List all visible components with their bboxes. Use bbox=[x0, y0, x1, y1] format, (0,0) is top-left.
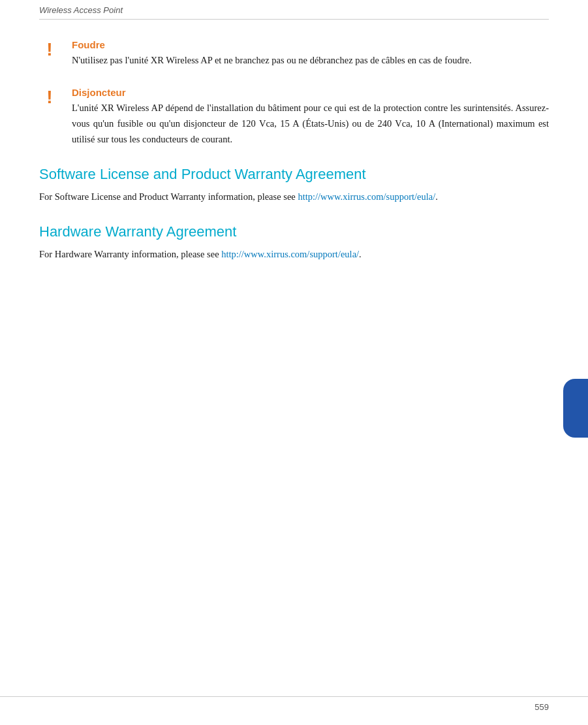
side-tab bbox=[563, 379, 588, 438]
section-text-after-link-hardware: . bbox=[359, 249, 362, 259]
warning-text-disjoncteur: L'unité XR Wireless AP dépend de l'insta… bbox=[72, 101, 549, 148]
warning-content-foudre: Foudre N'utilisez pas l'unité XR Wireles… bbox=[72, 39, 549, 69]
page-header: Wireless Access Point bbox=[39, 0, 549, 20]
warning-title-foudre: Foudre bbox=[72, 39, 549, 50]
section-text-before-link-hardware: For Hardware Warranty information, pleas… bbox=[39, 249, 221, 259]
section-heading-software: Software License and Product Warranty Ag… bbox=[39, 166, 549, 183]
warning-icon-disjoncteur: ! bbox=[39, 87, 60, 106]
section-text-before-link-software: For Software License and Product Warrant… bbox=[39, 191, 298, 202]
exclamation-icon: ! bbox=[46, 40, 52, 59]
section-body-software: For Software License and Product Warrant… bbox=[39, 189, 549, 205]
section-software-license: Software License and Product Warranty Ag… bbox=[39, 166, 549, 205]
warning-disjoncteur: ! Disjoncteur L'unité XR Wireless AP dép… bbox=[39, 87, 549, 148]
hardware-warranty-link[interactable]: http://www.xirrus.com/support/eula/ bbox=[221, 249, 359, 259]
warning-foudre: ! Foudre N'utilisez pas l'unité XR Wirel… bbox=[39, 39, 549, 69]
page-container: Wireless Access Point ! Foudre N'utilise… bbox=[0, 0, 588, 725]
warning-icon-foudre: ! bbox=[39, 39, 60, 59]
page-number: 559 bbox=[534, 702, 549, 712]
warning-title-disjoncteur: Disjoncteur bbox=[72, 87, 549, 98]
exclamation-icon-2: ! bbox=[46, 88, 52, 106]
warning-text-foudre: N'utilisez pas l'unité XR Wireless AP et… bbox=[72, 53, 549, 69]
section-hardware-warranty: Hardware Warranty Agreement For Hardware… bbox=[39, 223, 549, 263]
section-heading-hardware: Hardware Warranty Agreement bbox=[39, 223, 549, 240]
software-license-link[interactable]: http://www.xirrus.com/support/eula/ bbox=[298, 191, 435, 202]
section-body-hardware: For Hardware Warranty information, pleas… bbox=[39, 247, 549, 263]
section-text-after-link-software: . bbox=[435, 191, 438, 202]
warning-content-disjoncteur: Disjoncteur L'unité XR Wireless AP dépen… bbox=[72, 87, 549, 148]
header-title: Wireless Access Point bbox=[39, 5, 123, 15]
page-footer: 559 bbox=[0, 696, 588, 712]
